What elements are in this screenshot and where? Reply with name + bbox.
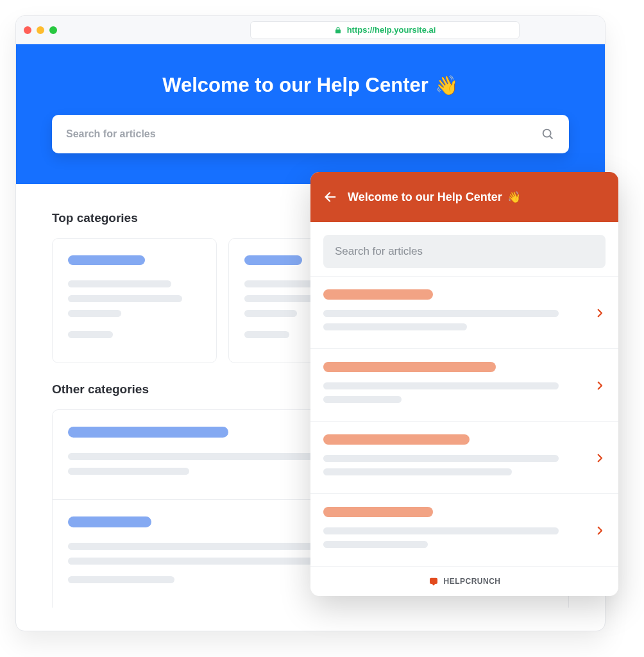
wave-icon: 👋 xyxy=(507,191,521,204)
svg-point-0 xyxy=(543,130,551,137)
hero: Welcome to our Help Center 👋 xyxy=(16,44,605,184)
skeleton-line xyxy=(323,468,512,475)
svg-line-1 xyxy=(550,136,552,139)
url-bar[interactable]: https://help.yoursite.ai xyxy=(250,21,520,39)
skeleton-title xyxy=(68,255,145,265)
skeleton-line xyxy=(68,295,182,302)
window-close-button[interactable] xyxy=(24,26,31,34)
category-card[interactable] xyxy=(52,238,217,363)
widget-title: Welcome to our Help Center 👋 xyxy=(348,191,521,204)
back-arrow-icon[interactable] xyxy=(323,190,337,204)
search-input[interactable] xyxy=(66,128,541,140)
widget-footer[interactable]: HELPCRUNCH xyxy=(310,567,618,596)
skeleton-line xyxy=(323,541,428,548)
widget-article-item[interactable] xyxy=(310,494,618,567)
widget-article-item[interactable] xyxy=(310,422,618,494)
chevron-right-icon xyxy=(594,452,606,464)
widget-title-text: Welcome to our Help Center xyxy=(348,191,502,204)
skeleton-title xyxy=(323,362,496,372)
traffic-lights xyxy=(24,26,57,34)
skeleton-title xyxy=(323,434,470,445)
chevron-right-icon xyxy=(594,380,606,391)
window-maximize-button[interactable] xyxy=(49,26,57,34)
skeleton-title xyxy=(68,427,228,438)
skeleton-title xyxy=(323,289,433,300)
widget-search-wrap xyxy=(310,222,618,277)
widget-footer-brand: HELPCRUNCH xyxy=(444,577,501,586)
skeleton-line xyxy=(323,455,559,462)
skeleton-line xyxy=(68,576,174,583)
skeleton-line xyxy=(323,527,559,534)
widget-article-item[interactable] xyxy=(310,349,618,422)
widget-search-bar[interactable] xyxy=(323,235,606,268)
widget-search-input[interactable] xyxy=(335,245,594,258)
lock-icon xyxy=(334,26,342,34)
widget-header: Welcome to our Help Center 👋 xyxy=(310,172,618,222)
skeleton-line xyxy=(244,310,298,317)
window-minimize-button[interactable] xyxy=(37,26,44,34)
skeleton-line xyxy=(244,331,289,338)
helpcrunch-logo-icon xyxy=(428,576,439,586)
url-text: https://help.yoursite.ai xyxy=(347,25,436,35)
chevron-right-icon xyxy=(594,307,606,319)
wave-icon: 👋 xyxy=(435,74,459,96)
search-bar[interactable] xyxy=(52,115,569,153)
skeleton-line xyxy=(323,323,467,330)
skeleton-title xyxy=(68,516,151,527)
title-bar: https://help.yoursite.ai xyxy=(16,16,605,44)
widget-item-body xyxy=(323,289,585,337)
skeleton-line xyxy=(68,558,335,565)
svg-rect-3 xyxy=(430,578,437,584)
skeleton-line xyxy=(68,280,171,287)
widget-item-body xyxy=(323,434,585,482)
widget-article-item[interactable] xyxy=(310,277,618,349)
page-title-text: Welcome to our Help Center xyxy=(162,74,428,97)
chevron-right-icon xyxy=(594,525,606,536)
skeleton-line xyxy=(68,468,189,475)
page-title: Welcome to our Help Center 👋 xyxy=(162,74,459,97)
skeleton-line xyxy=(323,382,559,389)
skeleton-title xyxy=(323,507,433,517)
help-widget: Welcome to our Help Center 👋 xyxy=(310,172,618,596)
skeleton-line xyxy=(323,310,559,317)
widget-item-body xyxy=(323,507,585,554)
skeleton-line xyxy=(68,331,113,338)
skeleton-title xyxy=(244,255,302,265)
skeleton-line xyxy=(68,310,121,317)
widget-item-body xyxy=(323,362,585,409)
skeleton-line xyxy=(323,396,402,403)
search-icon[interactable] xyxy=(541,127,555,141)
